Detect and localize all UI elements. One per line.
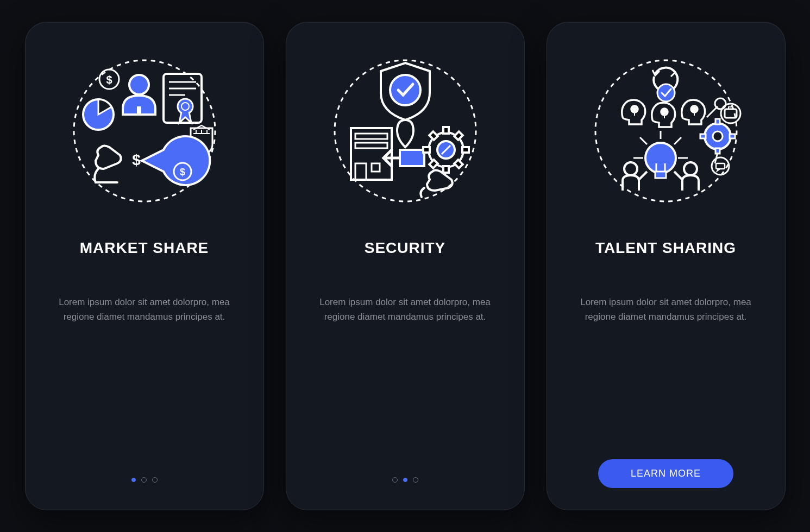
svg-rect-20 (355, 163, 366, 180)
svg-point-1 (129, 75, 149, 94)
svg-point-16 (390, 75, 420, 105)
svg-point-64 (624, 162, 637, 175)
pagination-dot[interactable] (152, 477, 158, 483)
svg-point-40 (691, 106, 698, 112)
svg-point-36 (631, 106, 638, 112)
svg-line-67 (674, 172, 682, 180)
svg-rect-2 (137, 106, 141, 115)
card-body: Lorem ipsum dolor sit amet dolorpro, mea… (308, 295, 503, 324)
card-title: MARKET SHARE (80, 239, 209, 257)
pagination-dot[interactable] (131, 478, 136, 482)
svg-line-60 (640, 137, 647, 144)
svg-point-55 (645, 143, 676, 173)
onboarding-card-talent-sharing: TALENT SHARING Lorem ipsum dolor sit ame… (547, 22, 786, 510)
svg-point-10 (178, 99, 193, 114)
svg-rect-18 (355, 134, 387, 139)
learn-more-button[interactable]: LEARN MORE (598, 459, 733, 488)
svg-rect-44 (715, 119, 720, 124)
svg-point-49 (715, 98, 726, 109)
svg-line-65 (639, 172, 647, 180)
svg-rect-33 (429, 131, 438, 140)
svg-text:$: $ (179, 167, 185, 178)
svg-point-35 (657, 84, 675, 102)
pagination-dot[interactable] (141, 477, 147, 483)
pagination-dot[interactable] (392, 477, 398, 483)
svg-rect-47 (700, 134, 706, 138)
onboarding-card-security: SECURITY Lorem ipsum dolor sit amet dolo… (286, 22, 525, 510)
card-body: Lorem ipsum dolor sit amet dolorpro, mea… (47, 295, 242, 324)
svg-rect-31 (429, 160, 438, 168)
pagination-dots (392, 477, 418, 483)
svg-rect-22 (400, 150, 424, 166)
svg-rect-27 (443, 166, 449, 173)
svg-rect-21 (372, 163, 380, 172)
card-title: SECURITY (365, 239, 446, 257)
svg-point-43 (713, 131, 723, 141)
security-icon (329, 55, 481, 207)
svg-line-61 (674, 137, 681, 144)
market-share-icon: $ $ $ (68, 55, 221, 207)
svg-text:$: $ (106, 74, 112, 86)
svg-rect-30 (454, 131, 463, 140)
svg-rect-56 (655, 172, 666, 178)
svg-rect-28 (462, 147, 469, 153)
card-body: Lorem ipsum dolor sit amet dolorpro, mea… (569, 295, 763, 324)
svg-rect-54 (716, 163, 725, 169)
svg-rect-29 (423, 147, 430, 153)
svg-rect-32 (454, 160, 463, 168)
card-title: TALENT SHARING (595, 239, 736, 257)
svg-point-66 (684, 162, 697, 175)
pagination-dot[interactable] (403, 478, 407, 482)
svg-rect-26 (443, 127, 449, 134)
talent-sharing-icon (590, 55, 742, 207)
svg-rect-19 (355, 143, 387, 148)
svg-text:$: $ (132, 151, 141, 168)
svg-rect-46 (730, 134, 735, 138)
pagination-dots (131, 477, 158, 483)
onboarding-card-market-share: $ $ $ MARKET SHARE Lor (25, 22, 264, 510)
pagination-dot[interactable] (413, 477, 418, 483)
svg-point-38 (661, 109, 668, 115)
